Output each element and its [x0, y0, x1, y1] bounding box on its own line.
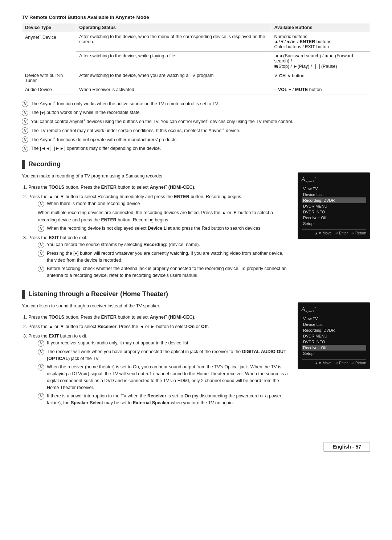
recording-steps: Press the TOOLS button. Press the ENTER … — [28, 183, 290, 279]
listening-step-2: Press the ▲ or ▼ button to select Receiv… — [28, 323, 290, 330]
note-item: N The [◄◄], [►►] operations may differ d… — [22, 145, 370, 152]
sub-note: N Pressing the [●] button will record wh… — [38, 250, 290, 264]
cell-buttons-numeric: Numeric buttons ▲/▼/◄/► / ENTER buttons … — [271, 32, 370, 52]
note-item: N The [●] button works only while in the… — [22, 109, 370, 116]
footer-enter: ↵ Enter — [335, 231, 348, 235]
cell-buttons-vol: – VOL + / MUTE button — [271, 85, 370, 94]
menu-item-device-list: Device List — [302, 192, 366, 197]
anynet-table: Device Type Operating Status Available B… — [22, 23, 370, 94]
menu-item-setup: Setup — [302, 351, 366, 356]
recording-screenshot: Anynet+ View TV Device List Recording: D… — [298, 172, 370, 239]
recording-section: You can make a recording of a TV program… — [22, 172, 370, 282]
page-number: English - 57 — [323, 442, 370, 451]
step2-notes: N When there is more than one recording … — [38, 200, 290, 207]
cell-device-audio: Audio Device — [22, 85, 76, 94]
note-icon: N — [38, 242, 44, 248]
heading-accent — [22, 160, 25, 169]
screenshot-menu: View TV Device List Recording: DVDR DVDR… — [302, 186, 366, 226]
table-row: Anynet+ Device After switching to the de… — [22, 32, 370, 52]
menu-item-dvdr-info: DVDR INFO — [302, 339, 366, 345]
table-title: TV Remote Control Buttons Available in A… — [22, 15, 370, 20]
sub-note: N You can record the source streams by s… — [38, 241, 290, 248]
note-item: N The TV remote control may not work und… — [22, 127, 370, 134]
table-row: Device with built-in Tuner After switchi… — [22, 71, 370, 85]
sub-note: N When the receiver (home theater) is se… — [38, 364, 290, 391]
recording-content: You can make a recording of a TV program… — [22, 172, 290, 282]
menu-item-setup: Setup — [302, 221, 366, 226]
recording-heading: Recording — [28, 160, 61, 168]
step2-detail: When multiple recording devices are conn… — [38, 209, 290, 224]
cell-buttons-ch: ∨ CH ∧ button — [271, 71, 370, 85]
screenshot-footer: ▲▼ Move ↵ Enter ↩ Return — [302, 359, 366, 365]
col-device-type: Device Type — [22, 23, 76, 32]
menu-item-device-list: Device List — [302, 322, 366, 327]
note-icon: N — [38, 364, 44, 371]
footer-return: ↩ Return — [351, 231, 366, 235]
listening-step-3: Press the EXIT button to exit. N If your… — [28, 332, 290, 406]
cell-status-tuner: After switching to the device, when you … — [76, 71, 271, 85]
menu-item-dvdr-info: DVDR INFO — [302, 209, 366, 215]
cell-status-playing: After switching to the device, while pla… — [76, 52, 271, 71]
sub-note: N If there is a power interruption to th… — [38, 393, 290, 406]
note-icon: N — [38, 266, 44, 272]
menu-item-dvdr-menu: DVDR MENU — [302, 333, 366, 339]
screenshot-footer: ▲▼ Move ↵ Enter ↩ Return — [302, 229, 366, 235]
listening-heading-bar: Listening through a Receiver (Home Theat… — [22, 290, 370, 299]
sub-note: N When the recording device is not displ… — [38, 225, 290, 232]
menu-item-dvdr-menu: DVDR MENU — [302, 203, 366, 209]
table-row: Audio Device When Receiver is activated … — [22, 85, 370, 94]
menu-item-recording: Recording: DVDR — [302, 327, 366, 333]
anynet-notes: N The Anynet+ function only works when t… — [22, 100, 370, 152]
footer-move: ▲▼ Move — [314, 231, 331, 235]
listening-section: You can listen to sound through a receiv… — [22, 302, 370, 409]
cell-status-menu: After switching to the device, when the … — [76, 32, 271, 52]
recording-intro: You can make a recording of a TV program… — [22, 172, 290, 180]
recording-step-2: Press the ▲ or ▼ button to select Record… — [28, 193, 290, 232]
cell-buttons-playback: ◄◄(Backward search) / ►► (Forward search… — [271, 52, 370, 71]
heading-accent — [22, 290, 25, 299]
cell-anynet-device: Anynet+ Device — [22, 32, 76, 71]
sub-note: N If your receiver supports audio only, … — [38, 340, 290, 347]
note-item: N The Anynet+ functions do not operate w… — [22, 136, 370, 143]
footer-enter: ↵ Enter — [335, 361, 348, 365]
menu-item-view-tv: View TV — [302, 316, 366, 322]
note-icon: N — [22, 136, 28, 143]
screenshot-logo: Anynet+ — [302, 306, 366, 313]
screenshot-logo: Anynet+ — [302, 176, 366, 183]
note-icon: N — [38, 201, 44, 207]
note-icon: N — [38, 349, 44, 355]
menu-item-receiver: Receiver: Off — [302, 345, 366, 351]
footer-return: ↩ Return — [351, 361, 366, 365]
menu-item-receiver: Receiver: Off — [302, 215, 366, 221]
listening-heading: Listening through a Receiver (Home Theat… — [28, 290, 168, 298]
listening-content: You can listen to sound through a receiv… — [22, 302, 290, 409]
recording-step-1: Press the TOOLS button. Press the ENTER … — [28, 183, 290, 191]
cell-status-audio: When Receiver is activated — [76, 85, 271, 94]
listening-step-notes: N If your receiver supports audio only, … — [38, 340, 290, 406]
screenshot-menu-listening: View TV Device List Recording: DVDR DVDR… — [302, 316, 366, 356]
note-item: N The Anynet+ function only works when t… — [22, 100, 370, 107]
note-icon: N — [22, 127, 28, 134]
footer-move: ▲▼ Move — [314, 361, 331, 365]
recording-heading-bar: Recording — [22, 160, 370, 169]
note-icon: N — [22, 101, 28, 107]
listening-steps: Press the TOOLS button. Press the ENTER … — [28, 313, 290, 406]
table-section: TV Remote Control Buttons Available in A… — [22, 15, 370, 94]
listening-step-1: Press the TOOLS button. Press the ENTER … — [28, 313, 290, 321]
sub-note: N Before recording, check whether the an… — [38, 265, 290, 279]
page-footer: English - 57 — [22, 428, 370, 451]
note-icon: N — [22, 146, 28, 152]
listening-intro: You can listen to sound through a receiv… — [22, 302, 290, 310]
col-operating-status: Operating Status — [76, 23, 271, 32]
menu-item-recording: Recording: DVDR — [302, 197, 366, 203]
step3-notes: N You can record the source streams by s… — [38, 241, 290, 279]
sub-note: N The receiver will work when you have p… — [38, 348, 290, 362]
note-item: N You cannot control Anynet+ devices usi… — [22, 118, 370, 125]
cell-device-tuner: Device with built-in Tuner — [22, 71, 76, 85]
sub-note: N When there is more than one recording … — [38, 200, 290, 207]
note-icon: N — [38, 250, 44, 257]
note-icon: N — [38, 393, 44, 400]
listening-screenshot: Anynet+ View TV Device List Recording: D… — [298, 302, 370, 369]
recording-step-3: Press the EXIT button to exit. N You can… — [28, 234, 290, 279]
step2-note2: N When the recording device is not displ… — [38, 225, 290, 232]
